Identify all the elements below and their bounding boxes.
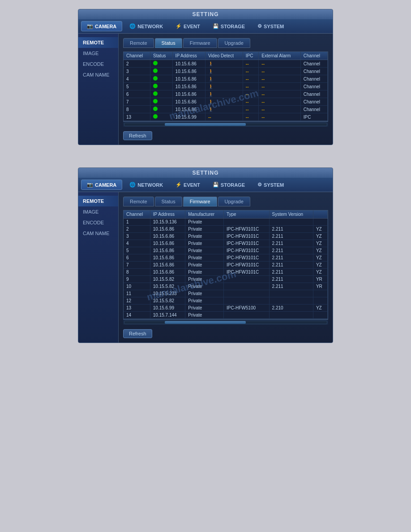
col-alarm-1: External Alarm <box>259 52 300 60</box>
nav-network-2[interactable]: 🌐 NETWORK <box>124 180 168 189</box>
nav-system-2[interactable]: ⚙ SYSTEM <box>252 180 289 189</box>
cell-ip: 10.15.6.86 <box>172 60 205 68</box>
person-icon: 🚶 <box>208 77 214 82</box>
nav-camera-1[interactable]: 📷 CAMERA <box>81 21 122 31</box>
nav-event-1[interactable]: ⚡ EVENT <box>170 21 206 31</box>
nav-storage-2[interactable]: 💾 STORAGE <box>207 180 250 189</box>
tab-remote-2[interactable]: Remote <box>123 197 154 206</box>
cell-status <box>150 68 173 75</box>
refresh-button-2[interactable]: Refresh <box>123 329 152 338</box>
tab-upgrade-2[interactable]: Upgrade <box>218 197 250 206</box>
panel-1-table: Channel Status IP Address Video Detect I… <box>124 52 328 121</box>
cell-version: 2.211 <box>269 240 313 247</box>
cell-extra: YZ <box>313 254 327 262</box>
cell-extra: YZ <box>313 226 327 233</box>
tab-status-1[interactable]: Status <box>155 38 182 48</box>
sidebar-encode-2[interactable]: ENCODE <box>78 217 118 228</box>
sidebar-remote-1[interactable]: REMOTE <box>78 37 118 48</box>
panel-2-scrollbar[interactable] <box>123 319 328 325</box>
cell-ipc: -- <box>243 106 259 113</box>
cell-manufacturer: Private <box>185 219 224 226</box>
cell-extra: YZ <box>313 247 327 254</box>
tab-upgrade-1[interactable]: Upgrade <box>218 38 250 48</box>
table-row: 2 10.15.6.86 Private IPC-HFW3101C 2.211 … <box>124 226 328 233</box>
sidebar-camname-1[interactable]: CAM NAME <box>78 69 118 80</box>
cell-status <box>150 75 173 83</box>
cell-type: IPC <box>300 113 327 121</box>
cell-status <box>150 106 173 113</box>
sidebar-encode-1[interactable]: ENCODE <box>78 59 118 69</box>
col-ipc-1: IPC <box>243 52 259 60</box>
nav-system-1[interactable]: ⚙ SYSTEM <box>252 21 289 31</box>
cell-ip: 10.15.6.86 <box>172 75 205 83</box>
event-icon-1: ⚡ <box>176 23 182 29</box>
cell-version: 2.210 <box>269 305 313 312</box>
nav-event-2[interactable]: ⚡ EVENT <box>170 180 206 189</box>
table-row: 11 10.15.5.233 Private <box>124 290 328 297</box>
person-icon: 🚶 <box>208 69 214 74</box>
cell-channel: 4 <box>124 240 150 247</box>
col2-type: Type <box>223 210 269 219</box>
cell-extra: YZ <box>313 240 327 247</box>
cell-manufacturer: Private <box>185 233 224 240</box>
cell-ip: 10.15.6.86 <box>150 269 185 276</box>
cell-channel: 5 <box>124 83 150 90</box>
panel-2-nav: 📷 CAMERA 🌐 NETWORK ⚡ EVENT 💾 STORAGE ⚙ S… <box>78 178 333 192</box>
cell-channel: 13 <box>124 113 150 121</box>
cell-ip: 10.15.6.99 <box>150 305 185 312</box>
status-dot <box>153 61 158 65</box>
sidebar-remote-2[interactable]: REMOTE <box>78 196 118 206</box>
cell-video: 🚶 <box>205 68 243 75</box>
person-icon: 🚶 <box>208 99 214 104</box>
cell-channel: 1 <box>124 219 150 226</box>
person-icon: 🚶 <box>208 84 214 89</box>
panel-1-sidebar: REMOTE IMAGE ENCODE CAM NAME <box>78 34 119 145</box>
scrollbar-track-1[interactable] <box>124 123 327 126</box>
cell-version <box>269 290 313 297</box>
cell-type <box>223 283 269 290</box>
tab-firmware-1[interactable]: Firmware <box>183 38 217 48</box>
cell-type: Channel <box>300 90 327 98</box>
tab-firmware-2[interactable]: Firmware <box>183 197 217 206</box>
cell-manufacturer: Private <box>185 226 224 233</box>
tab-remote-1[interactable]: Remote <box>123 38 154 48</box>
cell-ip: 10.15.6.86 <box>172 90 205 98</box>
person-icon: 🚶 <box>208 107 214 112</box>
scrollbar-track-2[interactable] <box>124 321 327 324</box>
cell-type: Channel <box>300 68 327 75</box>
cell-channel: 14 <box>124 312 150 319</box>
cell-type <box>223 312 269 319</box>
status-dot <box>153 114 158 119</box>
refresh-button-1[interactable]: Refresh <box>123 131 152 140</box>
cell-channel: 12 <box>124 297 150 305</box>
sidebar-camname-2[interactable]: CAM NAME <box>78 228 118 239</box>
system-icon-1: ⚙ <box>257 23 262 29</box>
camera-icon-1: 📷 <box>87 23 93 29</box>
tab-status-2[interactable]: Status <box>155 197 182 206</box>
cell-alarm: -- <box>259 75 300 83</box>
cell-ip: 10.15.6.86 <box>172 83 205 90</box>
cell-extra <box>313 290 327 297</box>
page-wrapper: SETTING 📷 CAMERA 🌐 NETWORK ⚡ EVENT 💾 STO… <box>0 0 411 352</box>
cell-type: IPC-HFW3101C <box>223 269 269 276</box>
nav-storage-1[interactable]: 💾 STORAGE <box>207 21 250 31</box>
cell-type: Channel <box>300 60 327 68</box>
nav-network-1[interactable]: 🌐 NETWORK <box>124 21 168 31</box>
cell-version: 2.211 <box>269 269 313 276</box>
cell-ipc: -- <box>243 98 259 106</box>
col2-ip: IP Address <box>150 210 185 219</box>
cell-manufacturer: Private <box>185 254 224 262</box>
sidebar-image-1[interactable]: IMAGE <box>78 48 118 59</box>
panel-1-scrollbar[interactable] <box>123 121 328 127</box>
cell-manufacturer: Private <box>185 283 224 290</box>
event-icon-2: ⚡ <box>176 182 182 188</box>
cell-ipc: -- <box>243 83 259 90</box>
cell-ip: 10.15.5.233 <box>150 290 185 297</box>
cell-extra: YZ <box>313 262 327 269</box>
sidebar-image-2[interactable]: IMAGE <box>78 206 118 217</box>
cell-ip: 10.15.5.82 <box>150 283 185 290</box>
cell-channel: 4 <box>124 75 150 83</box>
cell-version: 2.211 <box>269 262 313 269</box>
nav-camera-2[interactable]: 📷 CAMERA <box>81 180 122 190</box>
col-ip-1: IP Address <box>172 52 205 60</box>
